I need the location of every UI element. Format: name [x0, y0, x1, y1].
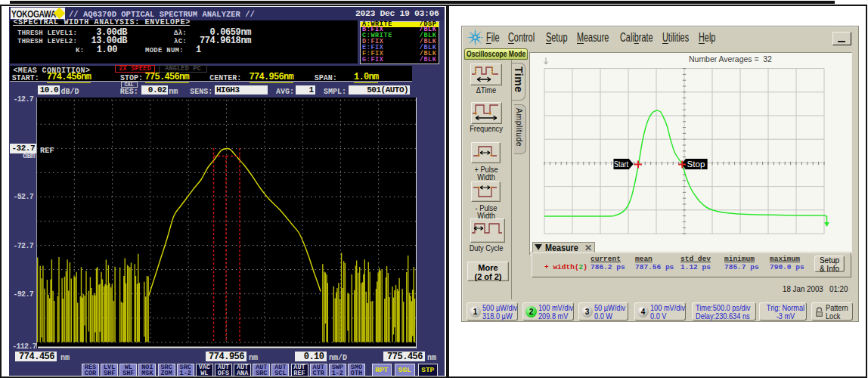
svg-text:Start: Start	[614, 160, 629, 169]
svg-text:REF: REF	[40, 146, 54, 154]
svg-text:Stop: Stop	[687, 160, 705, 169]
